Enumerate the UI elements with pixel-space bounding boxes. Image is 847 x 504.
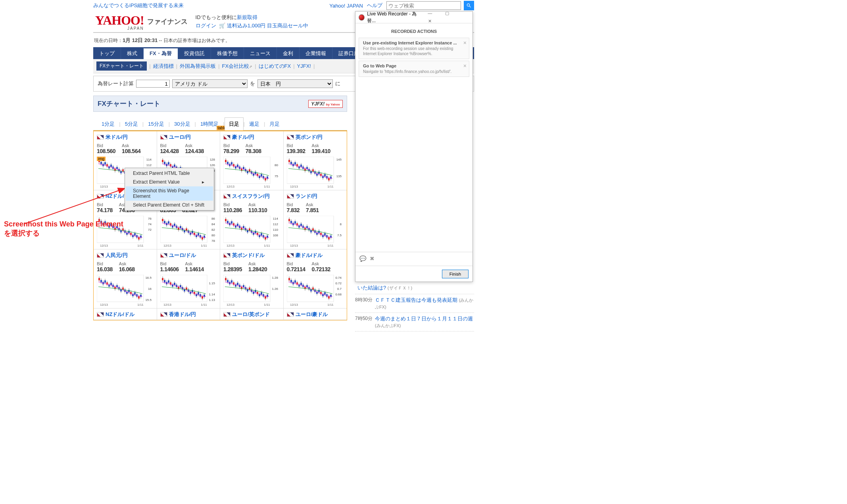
- yahoo-japan-link[interactable]: Yahoo! JAPAN: [329, 3, 363, 9]
- nav-tab[interactable]: 株価予想: [211, 47, 244, 59]
- nav-tab[interactable]: トップ: [93, 47, 121, 59]
- calc-from-select[interactable]: アメリカ ドル: [172, 79, 248, 88]
- maximize-button[interactable]: ▢: [439, 10, 455, 17]
- rate-cell[interactable]: 英ポンド/円 Bid139.392 Ask139.410 14513512/13…: [284, 131, 347, 190]
- svg-rect-108: [231, 162, 232, 165]
- svg-rect-4: [100, 162, 102, 164]
- img-tag: img: [97, 157, 106, 161]
- recorded-action[interactable]: × Use pre-existing Internet Explorer Ins…: [359, 38, 469, 59]
- svg-rect-549: [287, 275, 334, 302]
- nav-tab[interactable]: 投資信託: [178, 47, 211, 59]
- nav-tab[interactable]: ニュース: [244, 47, 277, 59]
- login-link[interactable]: ログイン: [196, 23, 216, 29]
- timeframe-tab[interactable]: 30分足: [170, 117, 194, 130]
- rate-cell[interactable]: 豪ドル/円 Bid78.299 Ask78.308 807512/131/11: [220, 131, 284, 190]
- svg-rect-187: [324, 174, 326, 176]
- svg-text:1.13: 1.13: [209, 298, 215, 302]
- svg-text:1/11: 1/11: [137, 244, 144, 247]
- flag-icon: [287, 253, 294, 258]
- flag-icon: [160, 135, 167, 140]
- svg-rect-502: [225, 278, 227, 280]
- search-input[interactable]: [386, 1, 461, 10]
- svg-rect-361: [296, 223, 298, 226]
- context-menu-item[interactable]: Select Parent ElementCtrl + Shift: [126, 201, 213, 209]
- subnav-item[interactable]: はじめてのFX: [259, 63, 291, 70]
- pair-name[interactable]: 英ポンド/ドル: [223, 252, 280, 259]
- subnav-item[interactable]: 経済指標: [153, 63, 174, 70]
- news-item[interactable]: 7時50分今週のまとめ１日７日から１月１１日の週 (みんかぶFX): [355, 313, 474, 332]
- pair-name[interactable]: 人民元/円: [97, 252, 154, 259]
- timeframe-tab[interactable]: 日足: [225, 117, 244, 130]
- help-link[interactable]: ヘルプ: [367, 2, 382, 9]
- pair-name[interactable]: 香港ドル/円: [160, 311, 217, 318]
- timeframe-tab[interactable]: 月足: [265, 117, 284, 130]
- rate-cell[interactable]: 香港ドル/円: [157, 309, 221, 320]
- minimize-button[interactable]: —: [422, 9, 438, 17]
- rate-cell[interactable]: ユーロ/英ポンド: [220, 309, 284, 320]
- news-item[interactable]: 8時30分ＣＦＴＣ建玉報告は今週も発表延期 (みんかぶFX): [355, 294, 474, 313]
- calc-to-select[interactable]: 日本 円: [257, 79, 333, 88]
- news-item[interactable]: いた結論は? (ザイＦＸ！): [355, 282, 474, 294]
- pair-name[interactable]: ユーロ/豪ドル: [287, 311, 344, 318]
- context-menu-item[interactable]: Extract Parent HTML Table: [126, 169, 213, 178]
- finish-button[interactable]: Finish: [442, 270, 469, 278]
- svg-rect-149: [287, 157, 334, 184]
- pair-name[interactable]: ユーロ/英ポンド: [223, 311, 280, 318]
- context-menu-item[interactable]: Screenshot this Web Page Element: [126, 186, 213, 201]
- logo-yahoo[interactable]: YAHOO! JAPAN: [95, 13, 144, 31]
- recorded-actions-header: RECORDED ACTIONS: [355, 27, 472, 38]
- subnav-item[interactable]: FX会社比較⇗: [222, 63, 253, 70]
- pair-name[interactable]: ユーロ/ドル: [160, 252, 217, 259]
- pair-name[interactable]: 英ポンド/円: [287, 134, 344, 141]
- context-menu-item[interactable]: Extract Element Value▸: [126, 178, 213, 186]
- pair-name[interactable]: 米ドル/円: [97, 134, 154, 141]
- subnav-item[interactable]: 外国為替掲示板: [180, 63, 216, 70]
- timeframe-tab[interactable]: 1分足: [97, 117, 119, 130]
- timeframe-tab[interactable]: 5分足: [121, 117, 142, 130]
- calc-amount-input[interactable]: [136, 80, 170, 88]
- rate-cell[interactable]: ランド/円 Bid7.832 Ask7.851 87.512/131/11: [284, 190, 347, 249]
- timeframe-tab[interactable]: 1時間足table: [196, 117, 223, 130]
- timeframe-tab[interactable]: 週足: [245, 117, 264, 130]
- pair-name[interactable]: ランド/円: [287, 193, 344, 200]
- svg-rect-252: [164, 221, 165, 223]
- rate-cell[interactable]: 豪ドル/ドル Bid0.72114 Ask0.72132 0.740.720.7…: [284, 249, 347, 309]
- rate-cell[interactable]: 英ポンド/ドル Bid1.28395 Ask1.28420 1.281.2612…: [220, 249, 284, 309]
- remove-action-icon[interactable]: ×: [463, 63, 467, 69]
- svg-text:75: 75: [275, 174, 278, 178]
- pair-name[interactable]: 豪ドル/ドル: [287, 252, 344, 259]
- delete-icon[interactable]: ✖: [370, 255, 377, 261]
- promo-link[interactable]: みんなでつくるiPS細胞で発展する未来: [93, 2, 184, 9]
- nav-tab[interactable]: 企業情報: [300, 47, 332, 59]
- rate-cell[interactable]: NZドル/ドル: [94, 309, 157, 320]
- pair-name[interactable]: スイスフラン/円: [223, 193, 280, 200]
- rate-cell[interactable]: 人民元/円 Bid16.038 Ask16.068 16.51615.512/1…: [94, 249, 157, 309]
- nav-tab[interactable]: 株式: [121, 47, 144, 59]
- yjfx-badge[interactable]: YJFX! by Yahoo: [308, 100, 343, 108]
- pair-name[interactable]: ユーロ/円: [160, 134, 217, 141]
- svg-text:112: 112: [273, 222, 278, 226]
- svg-rect-355: [290, 221, 292, 223]
- svg-rect-248: [160, 216, 207, 243]
- comment-icon[interactable]: 💬: [359, 255, 367, 261]
- flag-icon: [223, 194, 230, 199]
- shopping-promo-link[interactable]: 送料込み1,000円 目玉商品セール中: [227, 23, 308, 29]
- rate-cell[interactable]: ユーロ/豪ドル: [284, 309, 347, 320]
- svg-rect-538: [261, 292, 262, 295]
- recorded-action[interactable]: × Go to Web PageNavigate to 'https://inf…: [359, 61, 469, 77]
- nav-tab[interactable]: FX・為替: [144, 47, 178, 59]
- svg-rect-258: [170, 223, 171, 226]
- pair-name[interactable]: NZドル/ドル: [97, 311, 154, 318]
- pair-name[interactable]: 豪ドル/円: [223, 134, 280, 141]
- close-button[interactable]: ✕: [422, 17, 438, 25]
- svg-rect-142: [265, 178, 266, 180]
- rate-cell[interactable]: ユーロ/ドル Bid1.14606 Ask1.14614 1.151.141.1…: [157, 249, 221, 309]
- timeframe-tab[interactable]: 15分足: [144, 117, 168, 130]
- svg-rect-110: [233, 164, 234, 167]
- svg-text:74: 74: [148, 222, 152, 226]
- nav-tab[interactable]: 金利: [277, 47, 300, 59]
- subnav-item[interactable]: YJFX!: [297, 63, 311, 69]
- signup-link[interactable]: 新規取得: [237, 14, 257, 20]
- rate-cell[interactable]: スイスフラン/円 Bid110.286 Ask110.310 114112110…: [220, 190, 284, 249]
- remove-action-icon[interactable]: ×: [463, 40, 467, 46]
